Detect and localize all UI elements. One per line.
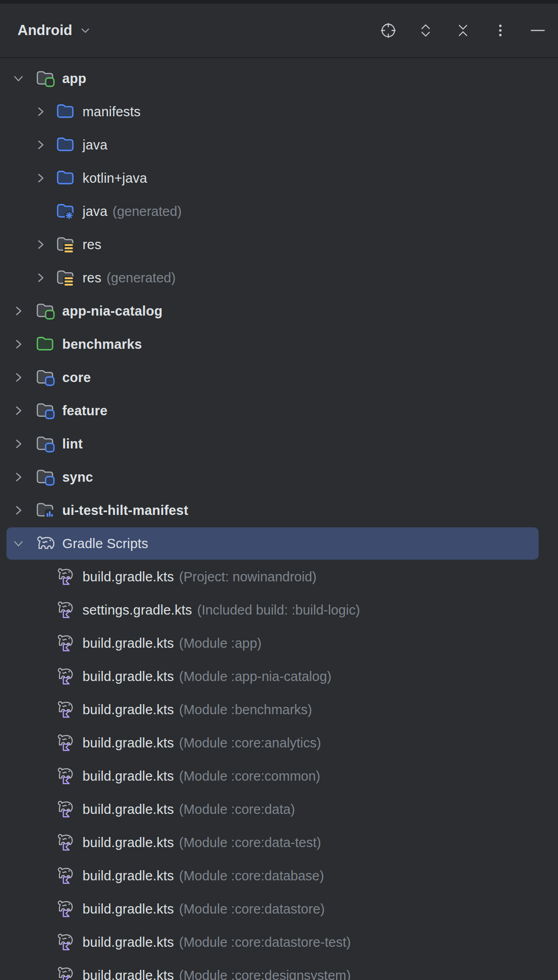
folder-blue-icon bbox=[56, 167, 77, 189]
tree-item-label: build.gradle.kts bbox=[83, 769, 174, 784]
tree-item-label: build.gradle.kts bbox=[83, 569, 174, 585]
tree-row-app-nia-catalog[interactable]: app-nia-catalog bbox=[0, 294, 558, 328]
tree-row-java-generated[interactable]: java (generated) bbox=[0, 195, 558, 228]
tree-item-label: benchmarks bbox=[62, 337, 142, 352]
tree-item-label: res bbox=[83, 270, 101, 286]
collapse-all-button[interactable] bbox=[455, 22, 471, 39]
gradle-kts-icon bbox=[56, 865, 77, 886]
tree-item-qualifier: (Included build: :build-logic) bbox=[197, 603, 360, 618]
tree-item-label: build.gradle.kts bbox=[83, 735, 174, 751]
tree-row-build-gradle-kts-module-core-data-test[interactable]: build.gradle.kts (Module :core:data-test… bbox=[0, 826, 558, 859]
expand-all-button[interactable] bbox=[417, 22, 434, 39]
tree-item-label: build.gradle.kts bbox=[83, 702, 174, 717]
tree-item-label: build.gradle.kts bbox=[83, 636, 174, 651]
tree-toggle-chevron-icon[interactable] bbox=[11, 536, 26, 551]
tree-item-qualifier: (Module :core:data) bbox=[179, 802, 295, 817]
tree-row-settings-gradle-kts-included-build-build-logic[interactable]: settings.gradle.kts (Included build: :bu… bbox=[0, 593, 558, 627]
tree-indent-spacer bbox=[33, 735, 48, 751]
tree-row-java[interactable]: java bbox=[0, 128, 558, 161]
gradle-icon bbox=[36, 533, 57, 554]
tree-indent-spacer bbox=[33, 934, 48, 950]
gradle-kts-icon bbox=[56, 799, 77, 820]
tree-item-qualifier: (generated) bbox=[107, 270, 176, 286]
chevron-down-icon bbox=[80, 25, 91, 36]
module-green-icon bbox=[36, 300, 57, 322]
tree-row-app[interactable]: app bbox=[0, 62, 558, 95]
locate-icon bbox=[380, 22, 397, 39]
tree-toggle-chevron-icon[interactable] bbox=[33, 237, 48, 252]
module-blue-icon bbox=[36, 400, 57, 421]
tree-row-manifests[interactable]: manifests bbox=[0, 95, 558, 128]
tree-row-benchmarks[interactable]: benchmarks bbox=[0, 328, 558, 361]
tree-row-res-generated[interactable]: res (generated) bbox=[0, 261, 558, 294]
tree-indent-spacer bbox=[33, 968, 48, 980]
tree-row-build-gradle-kts-module-core-data[interactable]: build.gradle.kts (Module :core:data) bbox=[0, 793, 558, 826]
tree-toggle-chevron-icon[interactable] bbox=[11, 403, 26, 418]
tree-row-build-gradle-kts-module-core-common[interactable]: build.gradle.kts (Module :core:common) bbox=[0, 759, 558, 793]
tree-item-qualifier: (Module :core:datastore-test) bbox=[179, 935, 350, 950]
tree-item-qualifier: (Module :core:designsystem) bbox=[179, 968, 350, 980]
tree-item-label: feature bbox=[62, 403, 107, 418]
tree-row-build-gradle-kts-module-benchmarks[interactable]: build.gradle.kts (Module :benchmarks) bbox=[0, 693, 558, 726]
gradle-kts-icon bbox=[56, 599, 77, 621]
folder-blue-icon bbox=[56, 134, 77, 155]
view-title: Android bbox=[18, 22, 72, 39]
more-options-button[interactable] bbox=[492, 22, 509, 39]
tree-row-kotlin-java[interactable]: kotlin+java bbox=[0, 161, 558, 195]
tree-item-label: Gradle Scripts bbox=[62, 536, 148, 551]
tree-item-label: java bbox=[83, 204, 107, 219]
tree-item-label: settings.gradle.kts bbox=[83, 603, 192, 618]
tree-item-label: build.gradle.kts bbox=[83, 968, 174, 980]
tree-item-label: kotlin+java bbox=[83, 171, 147, 186]
tree-row-gradle-scripts[interactable]: Gradle Scripts bbox=[0, 527, 558, 560]
tree-item-label: lint bbox=[62, 436, 83, 452]
tree-indent-spacer bbox=[33, 835, 48, 850]
tree-toggle-chevron-icon[interactable] bbox=[11, 502, 26, 518]
tree-item-qualifier: (Module :core:analytics) bbox=[179, 735, 321, 751]
tree-row-lint[interactable]: lint bbox=[0, 427, 558, 460]
gradle-kts-icon bbox=[56, 666, 77, 687]
tree-item-label: ui-test-hilt-manifest bbox=[62, 503, 188, 518]
tree-row-build-gradle-kts-module-core-datastore-test[interactable]: build.gradle.kts (Module :core:datastore… bbox=[0, 926, 558, 959]
gradle-kts-icon bbox=[56, 932, 77, 953]
tree-toggle-chevron-icon[interactable] bbox=[11, 370, 26, 385]
tree-row-build-gradle-kts-module-core-database[interactable]: build.gradle.kts (Module :core:database) bbox=[0, 859, 558, 892]
tree-toggle-chevron-icon[interactable] bbox=[33, 270, 48, 286]
tree-toggle-chevron-icon[interactable] bbox=[33, 137, 48, 153]
gradle-kts-icon bbox=[56, 633, 77, 654]
gradle-kts-icon bbox=[56, 832, 77, 853]
tree-item-qualifier: (Module :benchmarks) bbox=[179, 702, 312, 717]
tree-row-res[interactable]: res bbox=[0, 228, 558, 261]
tree-toggle-chevron-icon[interactable] bbox=[33, 104, 48, 120]
tree-row-build-gradle-kts-module-app-nia-catalog[interactable]: build.gradle.kts (Module :app-nia-catalo… bbox=[0, 660, 558, 693]
project-view-switcher[interactable]: Android bbox=[18, 22, 91, 39]
tree-item-label: build.gradle.kts bbox=[83, 802, 174, 817]
tree-row-sync[interactable]: sync bbox=[0, 460, 558, 494]
collapse-all-icon bbox=[455, 22, 471, 39]
tree-row-build-gradle-kts-project-nowinandroid[interactable]: build.gradle.kts (Project: nowinandroid) bbox=[0, 560, 558, 593]
folder-res-icon bbox=[56, 267, 77, 288]
tree-row-core[interactable]: core bbox=[0, 361, 558, 394]
tree-row-build-gradle-kts-module-app[interactable]: build.gradle.kts (Module :app) bbox=[0, 627, 558, 660]
tree-toggle-chevron-icon[interactable] bbox=[11, 303, 26, 319]
tree-row-feature[interactable]: feature bbox=[0, 394, 558, 427]
locate-file-button[interactable] bbox=[380, 22, 397, 39]
tree-row-build-gradle-kts-module-core-analytics[interactable]: build.gradle.kts (Module :core:analytics… bbox=[0, 726, 558, 759]
tree-item-qualifier: (Module :core:data-test) bbox=[179, 835, 321, 850]
tree-row-build-gradle-kts-module-core-datastore[interactable]: build.gradle.kts (Module :core:datastore… bbox=[0, 892, 558, 926]
tree-toggle-chevron-icon[interactable] bbox=[11, 436, 26, 452]
tree-indent-spacer bbox=[33, 901, 48, 917]
tree-toggle-chevron-icon[interactable] bbox=[33, 170, 48, 186]
tree-indent-spacer bbox=[33, 868, 48, 884]
hide-panel-button[interactable] bbox=[529, 22, 546, 39]
tree-toggle-chevron-icon[interactable] bbox=[11, 71, 26, 86]
tree-indent-spacer bbox=[33, 669, 48, 684]
tree-toggle-chevron-icon[interactable] bbox=[11, 469, 26, 485]
tree-toggle-chevron-icon[interactable] bbox=[11, 336, 26, 352]
tree-item-label: res bbox=[83, 237, 101, 252]
tree-item-qualifier: (Module :core:common) bbox=[179, 769, 320, 784]
tree-indent-spacer bbox=[33, 635, 48, 651]
tree-row-build-gradle-kts-module-core-designsystem[interactable]: build.gradle.kts (Module :core:designsys… bbox=[0, 959, 558, 980]
tree-item-qualifier: (Module :app-nia-catalog) bbox=[179, 669, 331, 684]
tree-row-ui-test-hilt-manifest[interactable]: ui-test-hilt-manifest bbox=[0, 494, 558, 527]
